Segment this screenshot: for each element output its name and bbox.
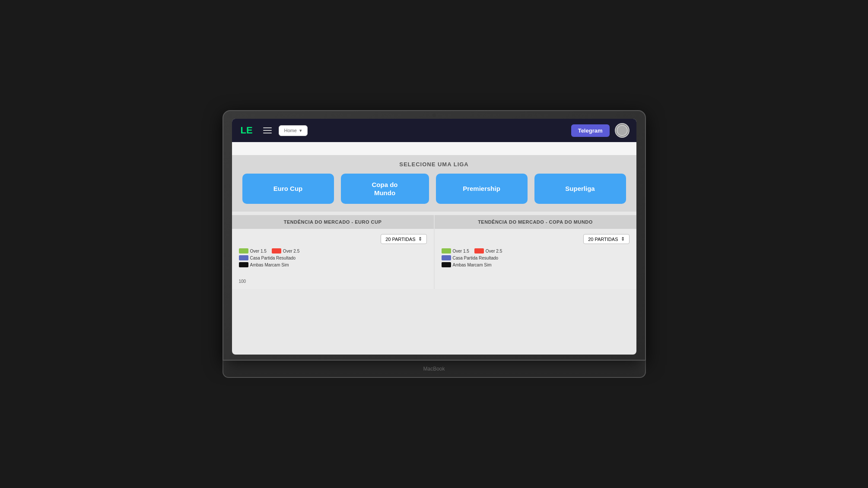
legend-color-ambas: [239, 262, 248, 267]
legend-color-over25: [272, 248, 281, 254]
legend-euro-cup-2: Casa Partida Resultado: [239, 255, 427, 260]
legend-euro-cup: Over 1.5 Over 2.5: [239, 248, 427, 254]
home-dropdown-label: Home: [284, 128, 297, 133]
league-section: SELECIONE UMA LIGA Euro Cup Copa doMundo…: [232, 155, 636, 212]
laptop-screen: LE Home ▾ Telegram: [232, 119, 636, 355]
laptop-camera: [432, 114, 436, 117]
market-title-euro-cup: TENDÊNCIA DO MERCADO - EURO CUP: [232, 215, 434, 229]
league-btn-euro-cup-label: Euro Cup: [273, 184, 303, 193]
legend-label-ambas: Ambas Marcam Sim: [250, 263, 289, 267]
logo-text: LE: [240, 126, 252, 135]
legend-item-copa-ambas: Ambas Marcam Sim: [442, 262, 492, 267]
league-btn-premiership-label: Premiership: [463, 184, 500, 193]
partidas-select-euro-cup-arrow: ⇕: [418, 236, 422, 242]
legend-color-copa-over15: [442, 248, 451, 254]
hamburger-line-3: [263, 133, 272, 133]
avatar[interactable]: [615, 123, 630, 138]
partidas-select-copa-mundo-arrow: ⇕: [621, 236, 625, 242]
laptop-body: LE Home ▾ Telegram: [223, 110, 646, 361]
market-controls-copa-mundo: 20 PARTIDAS ⇕: [442, 234, 630, 244]
legend-item-over15: Over 1.5: [239, 248, 267, 254]
navbar: LE Home ▾ Telegram: [232, 119, 636, 142]
home-dropdown[interactable]: Home ▾: [279, 125, 308, 136]
league-btn-copa-do-mundo[interactable]: Copa doMundo: [341, 174, 429, 204]
laptop-base: MacBook: [223, 361, 646, 378]
hamburger-line-2: [263, 130, 272, 131]
chart-euro-cup: 100: [239, 271, 427, 284]
legend-item-copa-casa: Casa Partida Resultado: [442, 255, 499, 260]
legend-item-copa-over15: Over 1.5: [442, 248, 469, 254]
telegram-button[interactable]: Telegram: [571, 124, 610, 137]
legend-label-copa-over25: Over 2.5: [486, 249, 502, 254]
market-section: TENDÊNCIA DO MERCADO - EURO CUP 20 PARTI…: [232, 215, 636, 289]
league-buttons-row: Euro Cup Copa doMundo Premiership Superl…: [241, 174, 628, 204]
market-controls-euro-cup: 20 PARTIDAS ⇕: [239, 234, 427, 244]
app-logo: LE: [239, 123, 254, 138]
legend-color-copa-over25: [474, 248, 484, 254]
legend-item-over25: Over 2.5: [272, 248, 299, 254]
legend-euro-cup-3: Ambas Marcam Sim: [239, 262, 427, 267]
hamburger-button[interactable]: [261, 126, 273, 135]
screen-content: LE Home ▾ Telegram: [232, 119, 636, 355]
legend-item-copa-over25: Over 2.5: [474, 248, 502, 254]
partidas-select-copa-mundo[interactable]: 20 PARTIDAS ⇕: [583, 234, 629, 244]
legend-copa-mundo-3: Ambas Marcam Sim: [442, 262, 630, 267]
header-white-bar: [232, 142, 636, 155]
legend-label-casa: Casa Partida Resultado: [250, 256, 296, 260]
laptop-device: LE Home ▾ Telegram: [223, 110, 646, 378]
market-panel-copa-mundo: TENDÊNCIA DO MERCADO - COPA DO MUNDO 20 …: [435, 215, 636, 289]
legend-copa-mundo-2: Casa Partida Resultado: [442, 255, 630, 260]
legend-label-over15: Over 1.5: [250, 249, 267, 254]
league-btn-premiership[interactable]: Premiership: [436, 174, 528, 204]
legend-color-copa-casa: [442, 255, 451, 260]
legend-color-over15: [239, 248, 248, 254]
market-panel-euro-cup: TENDÊNCIA DO MERCADO - EURO CUP 20 PARTI…: [232, 215, 434, 289]
legend-copa-mundo: Over 1.5 Over 2.5: [442, 248, 630, 254]
league-btn-euro-cup[interactable]: Euro Cup: [242, 174, 334, 204]
partidas-select-euro-cup-label: 20 PARTIDAS: [385, 237, 415, 242]
partidas-select-euro-cup[interactable]: 20 PARTIDAS ⇕: [381, 234, 426, 244]
legend-label-over25: Over 2.5: [283, 249, 299, 254]
legend-item-casa: Casa Partida Resultado: [239, 255, 296, 260]
market-title-copa-mundo: TENDÊNCIA DO MERCADO - COPA DO MUNDO: [435, 215, 636, 229]
league-btn-copa-do-mundo-label: Copa doMundo: [372, 181, 398, 197]
legend-color-copa-ambas: [442, 262, 451, 267]
legend-label-copa-casa: Casa Partida Resultado: [453, 256, 499, 260]
legend-label-copa-ambas: Ambas Marcam Sim: [453, 263, 492, 267]
league-section-title: SELECIONE UMA LIGA: [241, 161, 628, 168]
league-btn-superliga-label: Superliga: [565, 184, 595, 193]
legend-color-casa: [239, 255, 248, 260]
chart-label-euro-cup: 100: [239, 279, 246, 284]
legend-label-copa-over15: Over 1.5: [453, 249, 469, 254]
avatar-inner: [617, 125, 628, 136]
laptop-brand-label: MacBook: [423, 366, 445, 372]
league-btn-superliga[interactable]: Superliga: [534, 174, 626, 204]
home-dropdown-arrow: ▾: [299, 128, 302, 133]
partidas-select-copa-mundo-label: 20 PARTIDAS: [588, 237, 618, 242]
hamburger-line-1: [263, 127, 272, 128]
legend-item-ambas: Ambas Marcam Sim: [239, 262, 289, 267]
